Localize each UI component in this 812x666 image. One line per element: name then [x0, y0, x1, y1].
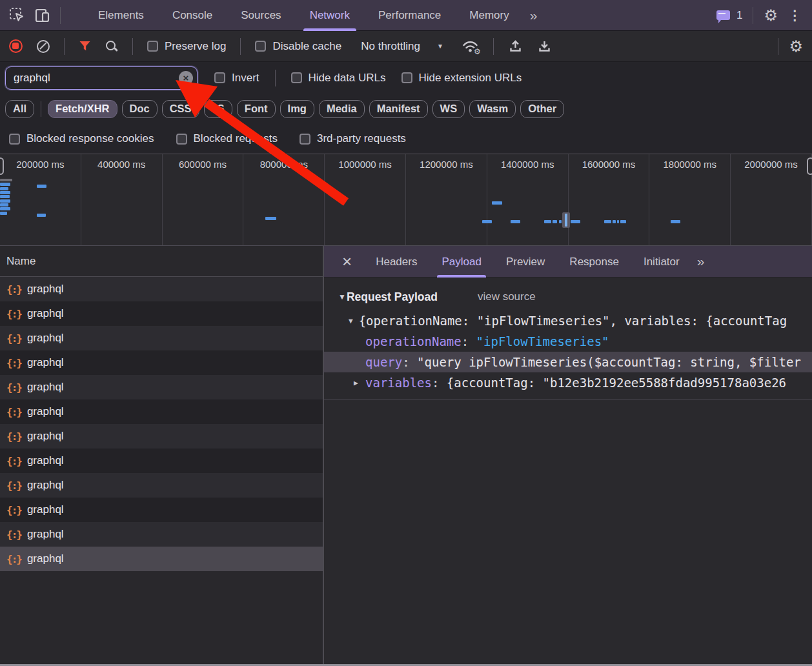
close-details-icon[interactable]: ×: [337, 253, 357, 270]
chip-fetch-xhr[interactable]: Fetch/XHR: [48, 100, 117, 118]
collapse-triangle-icon[interactable]: ▼: [349, 317, 353, 325]
record-network-log-icon[interactable]: [9, 39, 23, 53]
chip-manifest[interactable]: Manifest: [369, 100, 428, 118]
preserve-log-checkbox[interactable]: [147, 41, 158, 52]
invert-checkbox[interactable]: [214, 72, 225, 83]
hide-data-urls-option[interactable]: Hide data URLs: [291, 72, 386, 85]
request-row[interactable]: {:}graphql: [0, 301, 323, 326]
hide-extension-urls-checkbox[interactable]: [401, 72, 412, 83]
details-tabs: HeadersPayloadPreviewResponseInitiator: [363, 246, 691, 278]
filter-input[interactable]: [5, 66, 198, 90]
timeline-columns: 200000 ms400000 ms600000 ms800000 ms1000…: [0, 154, 812, 245]
tab-network[interactable]: Network: [296, 0, 364, 31]
collapse-triangle-icon[interactable]: ▼: [338, 292, 346, 301]
payload-row-query[interactable]: query: "query ipFlowTimeseries($accountT…: [324, 352, 812, 372]
blocked-requests-option[interactable]: Blocked requests: [176, 132, 278, 145]
issues-count[interactable]: 1: [736, 9, 742, 22]
request-row[interactable]: {:}graphql: [0, 277, 323, 301]
invert-option[interactable]: Invert: [214, 72, 259, 85]
details-tab-initiator[interactable]: Initiator: [631, 246, 692, 278]
overview-left-handle[interactable]: [0, 157, 4, 175]
tab-performance[interactable]: Performance: [364, 0, 455, 31]
hide-data-urls-checkbox[interactable]: [291, 72, 302, 83]
network-conditions-icon[interactable]: ⚙: [462, 39, 479, 53]
network-overview-timeline[interactable]: 200000 ms400000 ms600000 ms800000 ms1000…: [0, 154, 812, 246]
divider: [275, 70, 276, 86]
timeline-tick-label: 1800000 ms: [649, 154, 731, 245]
details-tabbar: × HeadersPayloadPreviewResponseInitiator…: [324, 246, 812, 278]
device-toolbar-icon[interactable]: [34, 8, 51, 23]
request-row[interactable]: {:}graphql: [0, 473, 323, 498]
details-tab-response[interactable]: Response: [557, 246, 631, 278]
import-har-icon[interactable]: [508, 39, 523, 54]
export-har-icon[interactable]: [537, 39, 552, 54]
chip-media[interactable]: Media: [319, 100, 365, 118]
blocked-response-cookies-checkbox[interactable]: [9, 134, 20, 145]
hide-extension-urls-option[interactable]: Hide extension URLs: [401, 72, 522, 85]
tab-memory[interactable]: Memory: [455, 0, 523, 31]
request-row[interactable]: {:}graphql: [0, 522, 323, 547]
name-column-header[interactable]: Name: [0, 246, 323, 277]
3rd-party-requests-checkbox[interactable]: [299, 134, 310, 145]
preserve-log-option[interactable]: Preserve log: [147, 40, 226, 53]
request-row[interactable]: {:}graphql: [0, 547, 323, 571]
divider: [778, 38, 778, 55]
payload-preview-line[interactable]: ▼{operationName: "ipFlowTimeseries", var…: [324, 310, 812, 331]
network-settings-gear-icon[interactable]: ⚙: [789, 39, 803, 54]
throttling-dropdown[interactable]: No throttling ▼: [356, 40, 447, 53]
disable-cache-checkbox[interactable]: [255, 41, 266, 52]
expand-triangle-icon[interactable]: ▶: [354, 379, 361, 387]
request-row[interactable]: {:}graphql: [0, 449, 323, 473]
blocked-requests-checkbox[interactable]: [176, 134, 187, 145]
tab-sources[interactable]: Sources: [227, 0, 295, 31]
waterfall-bar: [482, 220, 492, 223]
issues-message-icon[interactable]: [716, 10, 730, 20]
waterfall-bar: [0, 179, 12, 181]
chip-doc[interactable]: Doc: [122, 100, 157, 118]
more-tabs-icon[interactable]: »: [523, 8, 543, 23]
chip-other[interactable]: Other: [520, 100, 564, 118]
overview-right-handle[interactable]: [807, 157, 812, 175]
chip-js[interactable]: JS: [204, 100, 232, 118]
request-row[interactable]: {:}graphql: [0, 375, 323, 399]
3rd-party-requests-option[interactable]: 3rd-party requests: [299, 132, 406, 145]
payload-row-operationname[interactable]: operationName: "ipFlowTimeseries": [324, 331, 812, 352]
request-row[interactable]: {:}graphql: [0, 399, 323, 424]
request-row[interactable]: {:}graphql: [0, 424, 323, 449]
chip-ws[interactable]: WS: [432, 100, 465, 118]
divider: [64, 38, 65, 55]
chip-all[interactable]: All: [5, 100, 34, 118]
kebab-menu-icon[interactable]: ⋮: [788, 8, 802, 22]
request-row[interactable]: {:}graphql: [0, 498, 323, 522]
clear-network-log-icon[interactable]: [37, 40, 50, 53]
clear-filter-icon[interactable]: ×: [179, 71, 193, 85]
disable-cache-option[interactable]: Disable cache: [255, 40, 341, 53]
tab-console[interactable]: Console: [158, 0, 227, 31]
waterfall-bar: [620, 220, 626, 223]
details-more-tabs-icon[interactable]: »: [692, 254, 709, 269]
request-payload-section[interactable]: ▼ Request Payload view source: [338, 287, 812, 307]
divider: [41, 101, 41, 117]
request-row[interactable]: {:}graphql: [0, 326, 323, 350]
chevron-down-icon: ▼: [437, 43, 443, 50]
inspect-element-icon[interactable]: [9, 7, 25, 23]
details-tab-preview[interactable]: Preview: [494, 246, 557, 278]
filter-icon[interactable]: [79, 41, 91, 52]
request-row[interactable]: {:}graphql: [0, 350, 323, 375]
details-tab-payload[interactable]: Payload: [429, 246, 493, 278]
section-divider: [324, 399, 812, 399]
blocked-response-cookies-option[interactable]: Blocked response cookies: [9, 132, 154, 145]
payload-row-variables[interactable]: ▶variables: {accountTag: "b12e3b2192ee55…: [324, 372, 812, 393]
payload-key: query: [365, 355, 402, 369]
details-tab-headers[interactable]: Headers: [363, 246, 429, 278]
chip-wasm[interactable]: Wasm: [469, 100, 516, 118]
settings-gear-icon[interactable]: ⚙: [764, 8, 778, 23]
chip-font[interactable]: Font: [237, 100, 276, 118]
chip-css[interactable]: CSS: [162, 100, 199, 118]
waterfall-bar: [511, 220, 520, 223]
view-source-link[interactable]: view source: [478, 290, 536, 303]
chip-img[interactable]: Img: [280, 100, 314, 118]
blocked-response-cookies-label: Blocked response cookies: [26, 132, 154, 145]
search-icon[interactable]: [105, 40, 118, 53]
tab-elements[interactable]: Elements: [84, 0, 158, 31]
